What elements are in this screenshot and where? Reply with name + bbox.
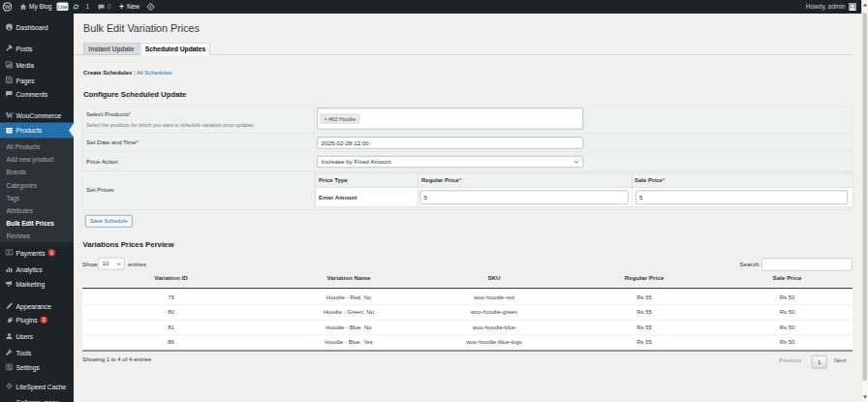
svg-text:$: $ [8,250,11,255]
